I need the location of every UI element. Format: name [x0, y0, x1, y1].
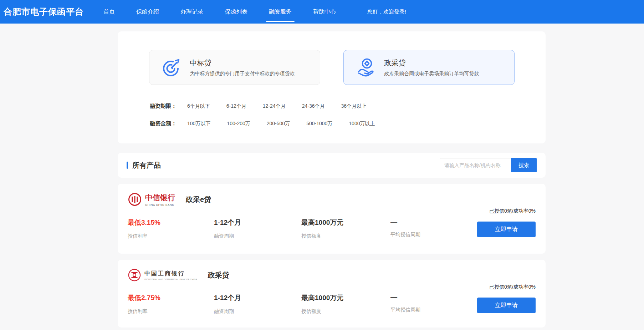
stat-term: 1-12个月 融资周期	[214, 293, 301, 315]
hand-coin-icon	[356, 57, 377, 78]
loan-type-desc: 政府采购合同或电子卖场采购订单均可贷款	[384, 71, 479, 77]
platform-logo: 合肥市电子保函平台	[4, 6, 84, 17]
stat-rate-value: 最低2.75%	[128, 293, 214, 303]
search-button[interactable]: 搜索	[511, 158, 537, 172]
stat-limit-label: 授信额度	[301, 233, 390, 239]
filter-row-amount: 融资金额： 100万以下 100-200万 200-500万 500-1000万…	[150, 120, 546, 127]
apply-now-button[interactable]: 立即申请	[477, 222, 536, 237]
stat-cycle-value: —	[390, 293, 462, 301]
section-title: 所有产品	[132, 161, 161, 170]
filter-option-amount-4[interactable]: 500-1000万	[306, 121, 332, 127]
bank-name-en: CHINA CITIC BANK	[145, 203, 175, 207]
loan-type-title: 中标贷	[190, 58, 295, 68]
filter-option-term-2[interactable]: 6-12个月	[226, 103, 246, 110]
stat-cycle: — 平均授信周期	[390, 293, 462, 315]
filter-label-term: 融资期限：	[150, 103, 177, 110]
filter-option-amount-3[interactable]: 200-500万	[267, 121, 290, 127]
citic-bank-emblem-icon	[128, 192, 142, 207]
loan-type-cards: 中标贷 为中标方提供的专门用于支付中标款的专项贷款 政采贷 政府采购合同或电子卖…	[118, 50, 546, 85]
apply-now-button[interactable]: 立即申请	[477, 298, 536, 313]
loan-type-info: 中标贷 为中标方提供的专门用于支付中标款的专项贷款	[190, 58, 295, 77]
filter-row-term: 融资期限： 6个月以下 6-12个月 12-24个月 24-36个月 36个月以…	[150, 103, 546, 110]
filter-option-amount-2[interactable]: 100-200万	[227, 121, 250, 127]
target-dart-icon	[162, 57, 182, 78]
product-right-block: 已授信0笔/成功率0% 立即申请	[477, 284, 536, 313]
stat-limit: 最高1000万元 授信额度	[301, 293, 390, 315]
nav-item-financing-services[interactable]: 融资服务	[269, 0, 292, 24]
welcome-login-link[interactable]: 您好，欢迎登录!	[367, 0, 406, 24]
stat-rate-label: 授信利率	[128, 308, 214, 315]
stat-cycle-value: —	[390, 218, 462, 226]
stat-term-label: 融资周期	[214, 233, 301, 239]
product-card-citic: 中信银行 CHINA CITIC BANK 政采e贷 最低3.15% 授信利率 …	[118, 184, 546, 254]
search-input[interactable]	[440, 158, 511, 172]
nav-item-home[interactable]: 首页	[103, 0, 115, 24]
loan-type-desc: 为中标方提供的专门用于支付中标款的专项贷款	[190, 71, 295, 77]
filter-option-amount-5[interactable]: 1000万以上	[349, 121, 375, 127]
filter-option-term-3[interactable]: 12-24个月	[263, 103, 286, 110]
nav-menu: 首页 保函介绍 办理记录 保函列表 融资服务 帮助中心	[103, 0, 357, 24]
stat-limit: 最高1000万元 授信额度	[301, 218, 390, 239]
stat-term-label: 融资周期	[214, 308, 301, 315]
product-right-block: 已授信0笔/成功率0% 立即申请	[477, 208, 536, 237]
section-title-group: 所有产品	[127, 161, 161, 170]
icbc-bank-emblem-icon	[128, 268, 141, 282]
filters: 融资期限： 6个月以下 6-12个月 12-24个月 24-36个月 36个月以…	[118, 103, 546, 127]
stat-term: 1-12个月 融资周期	[214, 218, 301, 239]
loan-type-card-zhengcaidai[interactable]: 政采贷 政府采购合同或电子卖场采购订单均可贷款	[343, 50, 515, 85]
filter-option-term-1[interactable]: 6个月以下	[187, 103, 210, 110]
loan-type-info: 政采贷 政府采购合同或电子卖场采购订单均可贷款	[384, 58, 479, 77]
stat-limit-label: 授信额度	[301, 308, 390, 315]
main-container: 中标贷 为中标方提供的专门用于支付中标款的专项贷款 政采贷 政府采购合同或电子卖…	[118, 31, 546, 330]
loan-filter-panel: 中标贷 为中标方提供的专门用于支付中标款的专项贷款 政采贷 政府采购合同或电子卖…	[118, 31, 546, 143]
icbc-bank-logo: 中国工商银行 INDUSTRIAL AND COMMERCIAL BANK OF…	[128, 268, 197, 282]
stat-term-value: 1-12个月	[214, 293, 301, 303]
credit-info: 已授信0笔/成功率0%	[477, 284, 536, 290]
nav-item-help-center[interactable]: 帮助中心	[313, 0, 336, 24]
stat-cycle-label: 平均授信周期	[390, 232, 462, 238]
stat-cycle-label: 平均授信周期	[390, 307, 462, 313]
stat-rate-value: 最低3.15%	[128, 218, 214, 227]
product-name: 政采e贷	[186, 195, 211, 204]
stat-limit-value: 最高1000万元	[301, 218, 390, 227]
bank-name-block: 中国工商银行 INDUSTRIAL AND COMMERCIAL BANK OF…	[144, 270, 197, 280]
filter-label-amount: 融资金额：	[150, 120, 177, 127]
nav-item-records[interactable]: 办理记录	[180, 0, 203, 24]
product-header: 中信银行 CHINA CITIC BANK 政采e贷	[128, 192, 536, 207]
products-section-header: 所有产品 搜索	[118, 153, 546, 178]
filter-option-term-5[interactable]: 36个月以上	[341, 103, 367, 110]
bank-name-en: INDUSTRIAL AND COMMERCIAL BANK OF CHINA	[144, 278, 197, 280]
credit-info: 已授信0笔/成功率0%	[477, 208, 536, 214]
nav-item-guarantee-list[interactable]: 保函列表	[225, 0, 247, 24]
product-name: 政采贷	[208, 270, 229, 280]
title-accent-bar	[127, 162, 128, 169]
product-header: 中国工商银行 INDUSTRIAL AND COMMERCIAL BANK OF…	[128, 268, 536, 282]
stat-rate: 最低3.15% 授信利率	[128, 218, 214, 239]
search-group: 搜索	[440, 158, 537, 172]
stat-rate: 最低2.75% 授信利率	[128, 293, 214, 315]
product-card-icbc: 中国工商银行 INDUSTRIAL AND COMMERCIAL BANK OF…	[118, 260, 546, 328]
stat-term-value: 1-12个月	[214, 218, 301, 227]
product-stats: 最低2.75% 授信利率 1-12个月 融资周期 最高1000万元 授信额度 —…	[128, 293, 536, 315]
filter-option-term-4[interactable]: 24-36个月	[302, 103, 325, 110]
stat-cycle: — 平均授信周期	[390, 218, 462, 239]
stat-rate-label: 授信利率	[128, 233, 214, 239]
bank-name-cn: 中信银行	[145, 193, 175, 203]
top-navbar: 合肥市电子保函平台 首页 保函介绍 办理记录 保函列表 融资服务 帮助中心 您好…	[0, 0, 644, 24]
nav-item-guarantee-intro[interactable]: 保函介绍	[136, 0, 159, 24]
bank-name-block: 中信银行 CHINA CITIC BANK	[145, 193, 175, 207]
loan-type-card-zhongbiaodai[interactable]: 中标贷 为中标方提供的专门用于支付中标款的专项贷款	[149, 50, 320, 85]
stat-limit-value: 最高1000万元	[301, 293, 390, 303]
citic-bank-logo: 中信银行 CHINA CITIC BANK	[128, 192, 175, 207]
loan-type-title: 政采贷	[384, 58, 479, 68]
bank-name-cn: 中国工商银行	[144, 270, 197, 278]
filter-option-amount-1[interactable]: 100万以下	[187, 121, 210, 127]
product-stats: 最低3.15% 授信利率 1-12个月 融资周期 最高1000万元 授信额度 —…	[128, 218, 536, 239]
